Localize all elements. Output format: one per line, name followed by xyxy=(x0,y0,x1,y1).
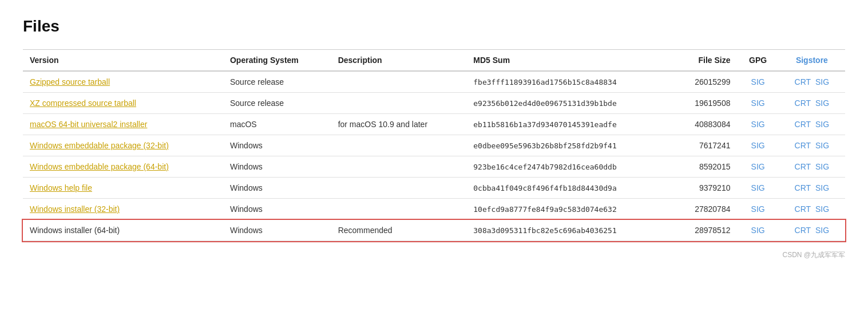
version-link[interactable]: Gzipped source tarball xyxy=(30,77,110,86)
gpg-sig-link[interactable]: SIG xyxy=(751,99,765,108)
os-cell: macOS xyxy=(223,114,331,135)
gpg-cell[interactable]: SIG xyxy=(737,71,778,93)
col-header-os: Operating System xyxy=(223,50,331,72)
md5-cell: 923be16c4cef2474b7982d16cea60ddb xyxy=(466,156,672,178)
md5-cell: 10efcd9a8777fe84f9a9c583d074e632 xyxy=(466,199,672,220)
sigstore-sig-link[interactable]: SIG xyxy=(815,99,829,108)
files-table: Version Operating System Description MD5… xyxy=(23,49,845,241)
description-cell xyxy=(331,156,467,178)
sigstore-cell[interactable]: CRT SIG xyxy=(779,220,845,241)
version-cell[interactable]: Windows embeddable package (32-bit) xyxy=(23,135,223,156)
gpg-sig-link[interactable]: SIG xyxy=(751,226,765,235)
gpg-sig-link[interactable]: SIG xyxy=(751,77,765,86)
description-cell xyxy=(331,178,467,199)
md5-cell: 0cbba41f049c8f496f4fb18d84430d9a xyxy=(466,178,672,199)
os-cell: Source release xyxy=(223,71,331,93)
os-cell: Source release xyxy=(223,93,331,114)
md5-cell: eb11b5816b1a37d934070145391eadfe xyxy=(466,114,672,135)
sigstore-sig-link[interactable]: SIG xyxy=(815,162,829,171)
os-cell: Windows xyxy=(223,199,331,220)
page-title: Files xyxy=(23,17,845,36)
description-cell xyxy=(331,135,467,156)
sigstore-crt-link[interactable]: CRT xyxy=(795,120,811,129)
gpg-cell[interactable]: SIG xyxy=(737,178,778,199)
gpg-cell[interactable]: SIG xyxy=(737,135,778,156)
sigstore-sig-link[interactable]: SIG xyxy=(815,183,829,192)
gpg-sig-link[interactable]: SIG xyxy=(751,183,765,192)
version-cell[interactable]: Windows embeddable package (64-bit) xyxy=(23,156,223,178)
version-link[interactable]: Windows embeddable package (32-bit) xyxy=(30,141,169,150)
sigstore-sig-link[interactable]: SIG xyxy=(815,77,829,86)
watermark: CSDN @九成军军军 xyxy=(23,250,845,260)
md5-cell: e0dbee095e5963b26b8bf258fd2b9f41 xyxy=(466,135,672,156)
sigstore-crt-link[interactable]: CRT xyxy=(795,183,811,192)
filesize-cell: 8592015 xyxy=(672,156,737,178)
sigstore-crt-link[interactable]: CRT xyxy=(795,204,811,214)
sigstore-crt-link[interactable]: CRT xyxy=(795,77,811,86)
version-link[interactable]: Windows embeddable package (64-bit) xyxy=(30,162,169,171)
table-row: macOS 64-bit universal2 installermacOSfo… xyxy=(23,114,845,135)
version-cell: Windows installer (64-bit) xyxy=(23,220,223,241)
version-link[interactable]: macOS 64-bit universal2 installer xyxy=(30,120,147,129)
filesize-cell: 7617241 xyxy=(672,135,737,156)
table-row: Windows embeddable package (64-bit)Windo… xyxy=(23,156,845,178)
gpg-cell[interactable]: SIG xyxy=(737,114,778,135)
sigstore-sig-link[interactable]: SIG xyxy=(815,226,829,235)
os-cell: Windows xyxy=(223,156,331,178)
col-header-gpg: GPG xyxy=(737,50,778,72)
sigstore-crt-link[interactable]: CRT xyxy=(795,99,811,108)
filesize-cell: 27820784 xyxy=(672,199,737,220)
sigstore-cell[interactable]: CRT SIG xyxy=(779,135,845,156)
version-cell[interactable]: macOS 64-bit universal2 installer xyxy=(23,114,223,135)
sigstore-cell[interactable]: CRT SIG xyxy=(779,71,845,93)
gpg-cell[interactable]: SIG xyxy=(737,220,778,241)
gpg-sig-link[interactable]: SIG xyxy=(751,162,765,171)
gpg-sig-link[interactable]: SIG xyxy=(751,141,765,150)
filesize-cell: 9379210 xyxy=(672,178,737,199)
sigstore-sig-link[interactable]: SIG xyxy=(815,204,829,214)
os-cell: Windows xyxy=(223,135,331,156)
version-link[interactable]: Windows help file xyxy=(30,183,92,192)
gpg-cell[interactable]: SIG xyxy=(737,93,778,114)
sigstore-crt-link[interactable]: CRT xyxy=(795,141,811,150)
os-cell: Windows xyxy=(223,178,331,199)
gpg-cell[interactable]: SIG xyxy=(737,199,778,220)
col-header-filesize: File Size xyxy=(672,50,737,72)
sigstore-crt-link[interactable]: CRT xyxy=(795,162,811,171)
sigstore-sig-link[interactable]: SIG xyxy=(815,141,829,150)
version-link[interactable]: XZ compressed source tarball xyxy=(30,99,136,108)
sigstore-cell[interactable]: CRT SIG xyxy=(779,114,845,135)
md5-cell: fbe3fff11893916ad1756b15c8a48834 xyxy=(466,71,672,93)
table-header-row: Version Operating System Description MD5… xyxy=(23,50,845,72)
description-cell xyxy=(331,199,467,220)
table-row: Windows help fileWindows0cbba41f049c8f49… xyxy=(23,178,845,199)
version-cell[interactable]: XZ compressed source tarball xyxy=(23,93,223,114)
sigstore-crt-link[interactable]: CRT xyxy=(795,226,811,235)
table-row: Gzipped source tarballSource releasefbe3… xyxy=(23,71,845,93)
version-link[interactable]: Windows installer (32-bit) xyxy=(30,204,120,214)
description-cell: Recommended xyxy=(331,220,467,241)
sigstore-cell[interactable]: CRT SIG xyxy=(779,199,845,220)
description-cell xyxy=(331,93,467,114)
version-cell[interactable]: Windows installer (32-bit) xyxy=(23,199,223,220)
sigstore-cell[interactable]: CRT SIG xyxy=(779,93,845,114)
filesize-cell: 19619508 xyxy=(672,93,737,114)
version-cell[interactable]: Gzipped source tarball xyxy=(23,71,223,93)
table-row: Windows installer (32-bit)Windows10efcd9… xyxy=(23,199,845,220)
version-cell[interactable]: Windows help file xyxy=(23,178,223,199)
col-header-version: Version xyxy=(23,50,223,72)
md5-cell: e92356b012ed4d0e09675131d39b1bde xyxy=(466,93,672,114)
sigstore-cell[interactable]: CRT SIG xyxy=(779,178,845,199)
gpg-cell[interactable]: SIG xyxy=(737,156,778,178)
table-row: Windows embeddable package (32-bit)Windo… xyxy=(23,135,845,156)
col-header-sigstore: Sigstore xyxy=(779,50,845,72)
md5-cell: 308a3d095311fbc82e5c696ab4036251 xyxy=(466,220,672,241)
gpg-sig-link[interactable]: SIG xyxy=(751,120,765,129)
table-row: Windows installer (64-bit)WindowsRecomme… xyxy=(23,220,845,241)
filesize-cell: 26015299 xyxy=(672,71,737,93)
gpg-sig-link[interactable]: SIG xyxy=(751,204,765,214)
description-cell: for macOS 10.9 and later xyxy=(331,114,467,135)
sigstore-cell[interactable]: CRT SIG xyxy=(779,156,845,178)
sigstore-sig-link[interactable]: SIG xyxy=(815,120,829,129)
description-cell xyxy=(331,71,467,93)
